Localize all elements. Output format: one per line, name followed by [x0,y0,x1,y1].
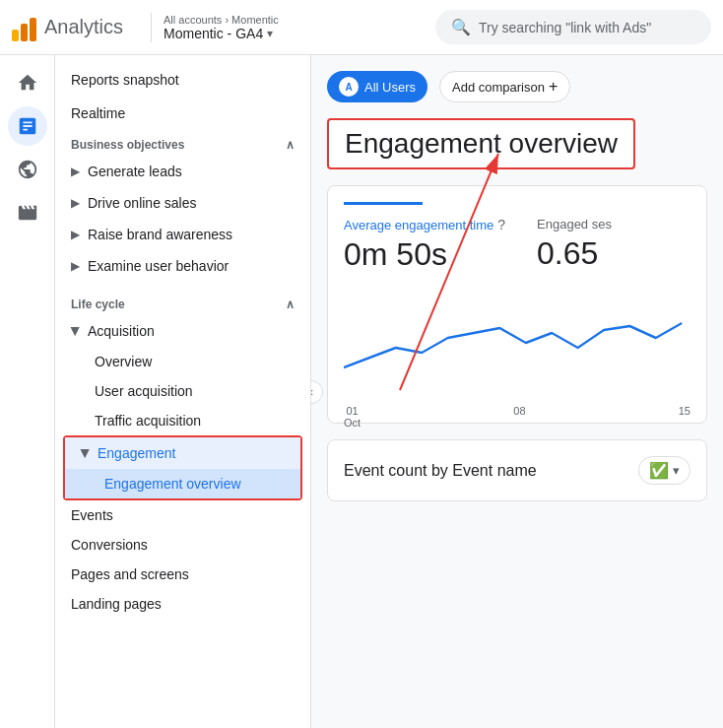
pages-and-screens-label: Pages and screens [71,566,189,582]
chart-label-15: 15 [679,405,690,429]
page-title: Engagement overview [345,128,618,160]
check-circle-icon: ✅ [649,461,669,480]
sidebar-item-drive-online-sales[interactable]: ▶ Drive online sales [55,187,302,219]
breadcrumb: All accounts › Momentic [164,14,279,26]
user-segment-chip[interactable]: A All Users [327,71,427,102]
logo-bar-1 [12,30,19,41]
add-comparison-plus-icon: + [549,78,558,96]
sidebar-sub-item-traffic-acquisition[interactable]: Traffic acquisition [55,406,302,435]
chart-label-08-text: 08 [513,405,525,417]
reports-snapshot-label: Reports snapshot [71,72,179,88]
metric-label-text: Average engagement time [344,218,493,232]
chart-label-oct: Oct [344,417,361,429]
event-card-title: Event count by Event name [344,462,537,480]
engagement-arrow-icon: ▶ [79,449,93,458]
sidebar-item-generate-leads[interactable]: ▶ Generate leads [55,156,302,187]
user-acquisition-label: User acquisition [95,383,193,399]
life-cycle-section-label: Life cycle ∧ [55,290,310,315]
metric-label-engaged-sessions: Engaged ses [537,217,612,232]
page-title-box: Engagement overview [327,118,635,169]
search-icon: 🔍 [451,18,471,36]
life-cycle-label: Life cycle [71,298,125,311]
metric-info-icon[interactable]: ? [497,217,505,232]
drive-online-sales-label: Drive online sales [88,195,197,211]
sidebar-item-engagement[interactable]: ▶ Engagement [65,437,300,469]
main-layout: Reports snapshot Realtime Business objec… [0,55,723,728]
reports-icon[interactable] [8,106,47,146]
property-selector[interactable]: Momentic - GA4 ▾ [164,26,279,41]
sidebar-collapse-button[interactable]: ‹ [311,380,323,404]
realtime-label: Realtime [71,105,125,121]
business-objectives-section-label: Business objectives ∧ [55,130,310,156]
sidebar-item-reports-snapshot[interactable]: Reports snapshot [55,63,310,97]
metric-value-avg-engagement: 0m 50s [344,236,505,273]
event-check-chip[interactable]: ✅ ▾ [638,456,690,485]
chart-label-08: 08 [513,405,525,429]
content-header: A All Users Add comparison + [327,71,707,102]
sidebar-sub-item-events[interactable]: Events [55,500,302,530]
advertising-icon[interactable] [8,193,47,232]
chart-label-01: 01 [346,405,358,417]
engagement-label: Engagement [98,445,175,461]
event-chevron-down-icon: ▾ [673,463,680,478]
user-segment-avatar: A [339,77,359,97]
main-content: ‹ A All Users Add comparison + Engagemen… [311,55,723,728]
overview-label: Overview [95,354,152,369]
sidebar-sub-item-engagement-overview[interactable]: Engagement overview [65,469,300,498]
explore-icon[interactable] [8,150,47,189]
event-card-header: Event count by Event name ✅ ▾ [344,456,690,485]
examine-user-behavior-label: Examine user behavior [88,258,229,274]
traffic-acquisition-label: Traffic acquisition [95,413,201,429]
add-comparison-button[interactable]: Add comparison + [439,71,570,102]
property-name: Momentic - GA4 [164,26,263,41]
examine-user-behavior-arrow-icon: ▶ [71,259,80,273]
engagement-chart [344,289,690,397]
sidebar-item-raise-brand-awareness[interactable]: ▶ Raise brand awareness [55,219,302,250]
logo-bar-3 [30,18,36,41]
app-logo: Analytics [12,14,123,41]
sidebar-sub-item-overview[interactable]: Overview [55,347,302,376]
metric-tab-indicator [344,202,423,205]
account-info: All accounts › Momentic Momentic - GA4 ▾ [164,14,279,41]
sidebar-sub-item-user-acquisition[interactable]: User acquisition [55,376,302,406]
metric-card: Average engagement time ? 0m 50s Engaged… [327,185,707,424]
generate-leads-label: Generate leads [88,164,182,179]
sidebar-sub-item-conversions[interactable]: Conversions [55,530,302,560]
business-objectives-label: Business objectives [71,138,184,152]
sidebar-item-examine-user-behavior[interactable]: ▶ Examine user behavior [55,250,302,282]
property-chevron-icon: ▾ [267,27,273,40]
app-name: Analytics [44,16,123,38]
icon-rail [0,55,55,728]
user-segment-label: All Users [364,80,416,95]
drive-online-sales-arrow-icon: ▶ [71,196,80,210]
add-comparison-label: Add comparison [452,80,545,95]
acquisition-arrow-icon: ▶ [69,327,83,336]
sidebar-item-realtime[interactable]: Realtime [55,97,310,130]
generate-leads-arrow-icon: ▶ [71,165,80,178]
home-icon[interactable] [8,63,47,102]
conversions-label: Conversions [71,537,148,553]
search-placeholder: Try searching "link with Ads" [479,20,651,35]
raise-brand-awareness-arrow-icon: ▶ [71,228,80,241]
landing-pages-label: Landing pages [71,596,162,612]
metric-row: Average engagement time ? 0m 50s Engaged… [344,217,690,273]
life-cycle-collapse-icon[interactable]: ∧ [286,298,295,311]
metric-value-engaged-sessions: 0.65 [537,235,612,272]
business-objectives-collapse-icon[interactable]: ∧ [286,138,295,152]
chart-area: 01 Oct 08 15 [344,289,690,407]
raise-brand-awareness-label: Raise brand awareness [88,227,232,242]
chart-x-labels: 01 Oct 08 15 [344,405,690,429]
metric-avg-engagement-time: Average engagement time ? 0m 50s [344,217,505,273]
sidebar-sub-item-landing-pages[interactable]: Landing pages [55,589,302,619]
search-bar[interactable]: 🔍 Try searching "link with Ads" [435,10,711,44]
engagement-overview-label: Engagement overview [104,476,241,492]
logo-bar-2 [21,24,28,41]
metric-label-avg-engagement: Average engagement time ? [344,217,505,232]
sidebar-item-acquisition[interactable]: ▶ Acquisition [55,315,302,347]
event-card-controls: ✅ ▾ [638,456,690,485]
acquisition-label: Acquisition [88,323,155,339]
sidebar-sub-item-pages-and-screens[interactable]: Pages and screens [55,560,302,589]
engagement-outline: ▶ Engagement Engagement overview [63,435,302,500]
chart-label-15-text: 15 [679,405,690,417]
app-header: Analytics All accounts › Momentic Moment… [0,0,723,55]
